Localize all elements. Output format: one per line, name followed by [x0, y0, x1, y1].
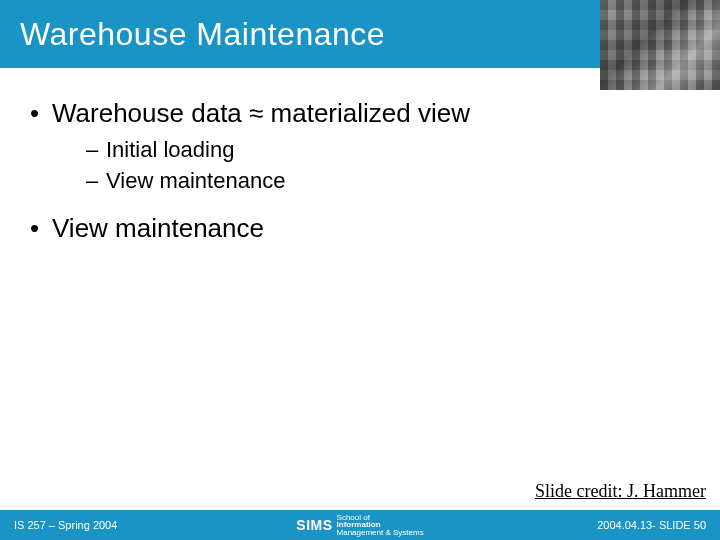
sims-logo-sub: School of Information Management & Syste…: [337, 514, 424, 536]
sub-bullet-text: Initial loading: [106, 137, 234, 162]
slide: Warehouse Maintenance Warehouse data ≈ m…: [0, 0, 720, 540]
slide-credit: Slide credit: J. Hammer: [535, 481, 706, 502]
bullet-item: Warehouse data ≈ materialized view Initi…: [28, 96, 692, 197]
sub-bullet-text: View maintenance: [106, 168, 285, 193]
bullet-item: View maintenance: [28, 211, 692, 246]
sims-logo-text: SIMS: [296, 517, 332, 533]
footer-right: 2004.04.13- SLIDE 50: [597, 519, 706, 531]
bullet-text: View maintenance: [52, 213, 264, 243]
slide-title: Warehouse Maintenance: [20, 16, 385, 53]
sub-bullet-item: Initial loading: [86, 135, 692, 166]
bullet-list: Warehouse data ≈ materialized view Initi…: [28, 96, 692, 246]
footer-logo: SIMS School of Information Management & …: [296, 514, 423, 536]
footer-left: IS 257 – Spring 2004: [14, 519, 117, 531]
bullet-text: Warehouse data ≈ materialized view: [52, 98, 470, 128]
sub-bullet-item: View maintenance: [86, 166, 692, 197]
decorative-photo: [600, 0, 720, 90]
footer-bar: IS 257 – Spring 2004 SIMS School of Info…: [0, 510, 720, 540]
sub-bullet-list: Initial loading View maintenance: [86, 135, 692, 197]
sims-logo-line: Management & Systems: [337, 529, 424, 536]
slide-body: Warehouse data ≈ materialized view Initi…: [0, 68, 720, 540]
